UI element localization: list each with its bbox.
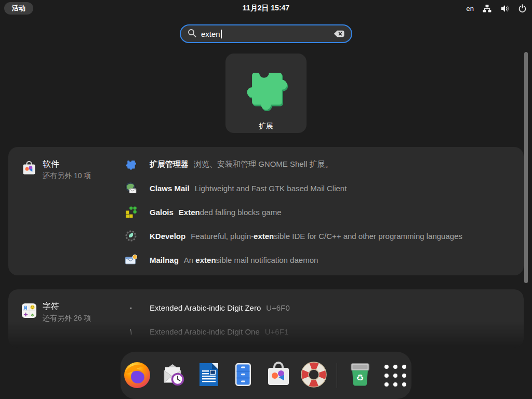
result-name: 扩展管理器 [150,159,189,169]
section-title: 字符 [43,301,59,312]
dock-app-grid[interactable] [381,361,410,390]
dock-software[interactable] [264,361,293,390]
dash-dock: ♻ [121,352,411,399]
characters-result-list: ۰ Extended Arabic-indic Digit Zero U+6F0… [116,295,518,343]
svg-text:✚: ✚ [23,312,28,317]
top-bar: 活动 11月2日 15:47 en [0,0,532,17]
gnome-software-bag-icon [21,160,37,179]
search-icon [188,29,196,39]
result-description: An extensible mail notification daemon [184,256,318,264]
dock-help[interactable] [299,361,328,390]
results-scrollbar[interactable] [524,52,528,283]
result-description: Lightweight and Fast GTK based Mail Clie… [195,184,347,193]
gnome-overview-screen: 活动 11月2日 15:47 en [0,0,532,399]
app-grid-icon [384,365,406,387]
character-codepoint: U+6F0 [266,303,289,312]
mailnag-icon [125,254,137,266]
kdevelop-icon [125,230,137,242]
dock-evolution-mail[interactable] [158,361,187,390]
search-section-characters: 月 ✚ ♣ 字符 还有另外 26 项 ۰ Extended Arabic-ind… [8,289,524,348]
result-row-claws-mail[interactable]: Claws Mail Lightweight and Fast GTK base… [116,176,518,200]
search-input[interactable]: exten [180,24,352,43]
result-row-digit-zero[interactable]: ۰ Extended Arabic-indic Digit Zero U+6F0 [116,296,518,320]
search-section-software: 软件 还有另外 10 项 扩展管理器 浏览、安装和管理 GNOME Shell … [8,147,524,275]
firefox-icon [123,360,152,391]
trash-icon: ♻ [345,360,375,391]
gnome-characters-icon: 月 ✚ ♣ [21,302,37,321]
clock-label: 11月2日 15:47 [243,4,289,13]
help-lifebuoy-icon [299,360,328,391]
result-name: KDevelop [150,232,185,241]
result-row-digit-one[interactable]: ۱ Extended Arabic-indic Digit One U+6F1 [116,320,518,343]
svg-text:♣: ♣ [31,312,34,317]
result-row-mailnag[interactable]: Mailnag An extensible mail notification … [116,248,518,272]
software-result-list: 扩展管理器 浏览、安装和管理 GNOME Shell 扩展。 Claws Mai… [116,152,518,272]
dock-files[interactable] [229,361,258,390]
character-name: Extended Arabic-indic Digit Zero [150,303,261,312]
claws-mail-icon [125,182,137,194]
character-glyph: ۰ [125,302,137,313]
libreoffice-writer-icon [193,360,222,391]
section-more-count: 还有另外 10 项 [43,171,91,181]
system-status-area[interactable]: en [467,0,527,17]
top-result-extensions[interactable]: 扩展 [225,54,307,133]
result-description: Extended falling blocks game [179,208,282,217]
result-row-kdevelop[interactable]: KDevelop Featureful, plugin-extensible I… [116,224,518,248]
section-title: 软件 [43,159,59,170]
extensions-puzzle-icon [241,62,291,114]
files-cabinet-icon [229,360,258,391]
clear-backspace-icon[interactable] [334,30,344,37]
galois-icon [125,206,137,218]
activities-button[interactable]: 活动 [4,2,33,15]
character-name: Extended Arabic-indic Digit One [150,327,260,336]
character-codepoint: U+6F1 [265,327,288,336]
result-name: Galois [150,208,174,217]
keyboard-layout-indicator: en [467,5,474,12]
result-name: Claws Mail [150,184,190,193]
activities-label: 活动 [12,4,25,13]
network-icon [483,4,491,13]
text-caret [221,30,222,38]
dock-firefox[interactable] [123,361,152,390]
dock-separator [337,363,337,388]
result-description: Featureful, plugin-extensible IDE for C/… [191,232,462,241]
dock-trash[interactable]: ♻ [345,361,375,390]
character-glyph: ۱ [125,326,137,337]
result-row-extension-manager[interactable]: 扩展管理器 浏览、安装和管理 GNOME Shell 扩展。 [116,152,518,176]
section-more-count: 还有另外 26 项 [43,314,91,323]
result-name: Mailnag [150,256,179,264]
volume-icon [500,4,509,13]
svg-text:月: 月 [23,305,28,311]
result-description: 浏览、安装和管理 GNOME Shell 扩展。 [194,159,333,169]
evolution-mail-icon [158,360,187,391]
dock-libreoffice-writer[interactable] [193,361,222,390]
software-store-icon [264,360,293,391]
power-icon [518,4,527,13]
svg-text:♻: ♻ [356,373,364,383]
top-result-label: 扩展 [259,122,273,131]
clock-button[interactable]: 11月2日 15:47 [243,0,289,17]
result-row-galois[interactable]: Galois Extended falling blocks game [116,200,518,224]
search-query-text: exten [201,30,334,38]
extension-manager-icon [125,158,137,170]
